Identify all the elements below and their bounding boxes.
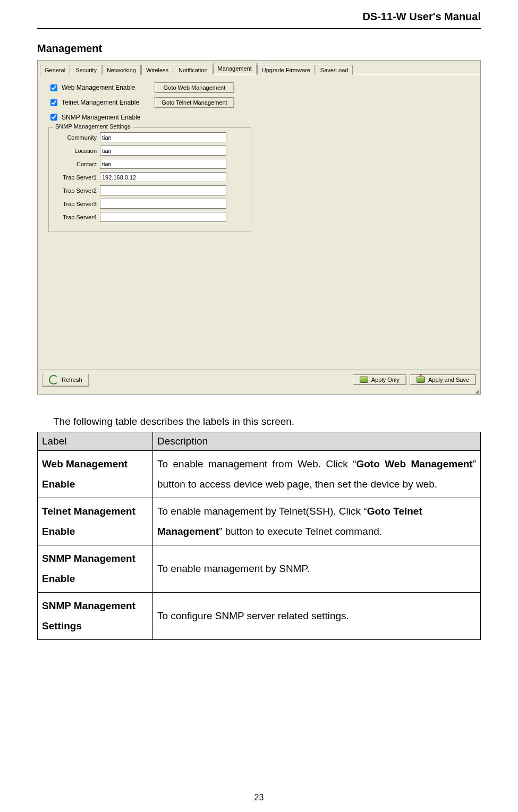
snmp-settings-legend: SNMP Management Settings <box>53 123 133 130</box>
snmp-management-enable-checkbox[interactable] <box>50 114 57 121</box>
snmp-settings-group: SNMP Management Settings Community Locat… <box>48 127 251 232</box>
trap-server1-input[interactable] <box>100 172 226 182</box>
contact-input[interactable] <box>100 159 226 169</box>
desc-text: ” button to execute Telnet command. <box>219 526 382 537</box>
row-label: SNMP Management Settings <box>38 593 153 640</box>
section-heading: Management <box>37 42 481 55</box>
row-desc: To enable management by SNMP. <box>153 545 481 593</box>
telnet-management-enable-checkbox[interactable] <box>50 99 57 106</box>
desc-text: To enable management from Web. Click “ <box>157 458 356 469</box>
tab-wireless[interactable]: Wireless <box>141 65 173 75</box>
snmp-management-enable-label: SNMP Management Enable <box>62 114 155 121</box>
trap-server1-label: Trap Server1 <box>54 174 97 181</box>
tab-strip: General Security Networking Wireless Not… <box>38 61 480 75</box>
tab-general[interactable]: General <box>40 65 70 75</box>
web-management-enable-label: Web Management Enable <box>62 84 155 91</box>
table-row: SNMP Management Settings To configure SN… <box>38 593 481 640</box>
row-label: Telnet Management Enable <box>38 498 153 545</box>
table-intro: The following table describes the labels… <box>53 416 481 428</box>
row-label: Web Management Enable <box>38 451 153 498</box>
desc-text: To enable management by SNMP. <box>157 563 310 574</box>
contact-label: Contact <box>54 161 97 167</box>
tab-save-load[interactable]: Save/Load <box>316 65 353 75</box>
trap-server2-input[interactable] <box>100 185 226 195</box>
table-head-description: Description <box>153 432 481 451</box>
row-desc: To enable management by Telnet(SSH). Cli… <box>153 498 481 545</box>
table-row: SNMP Management Enable To enable managem… <box>38 545 481 593</box>
tab-notification[interactable]: Notification <box>174 65 212 75</box>
trap-server3-input[interactable] <box>100 199 226 209</box>
apply-icon <box>360 377 368 383</box>
location-label: Location <box>54 148 97 154</box>
row-label: SNMP Management Enable <box>38 545 153 593</box>
trap-server3-label: Trap Server3 <box>54 201 97 207</box>
apply-only-button[interactable]: Apply Only <box>353 374 406 385</box>
desc-text: To configure SNMP server related setting… <box>157 610 349 621</box>
tab-networking[interactable]: Networking <box>102 65 141 75</box>
apply-and-save-button[interactable]: Apply and Save <box>410 374 476 385</box>
tab-body: Web Management Enable Goto Web Managemen… <box>38 75 480 369</box>
table-head-label: Label <box>38 432 153 451</box>
community-label: Community <box>54 134 97 141</box>
web-management-enable-checkbox[interactable] <box>50 84 57 91</box>
apply-and-save-label: Apply and Save <box>428 377 469 383</box>
tab-security[interactable]: Security <box>71 65 101 75</box>
header-title: DS-11-W User's Manual <box>37 11 481 23</box>
community-input[interactable] <box>100 132 226 142</box>
trap-server2-label: Trap Server2 <box>54 187 97 194</box>
refresh-button[interactable]: Refresh <box>42 373 89 387</box>
tab-upgrade-firmware[interactable]: Upgrade Firmware <box>257 65 315 75</box>
trap-server4-input[interactable] <box>100 212 226 222</box>
table-row: Telnet Management Enable To enable manag… <box>38 498 481 545</box>
page-number: 23 <box>0 793 518 802</box>
tab-management[interactable]: Management <box>213 63 257 74</box>
location-input[interactable] <box>100 146 226 156</box>
footer-bar: Refresh Apply Only Apply and Save <box>38 369 480 390</box>
refresh-label: Refresh <box>62 377 82 383</box>
table-row: Web Management Enable To enable manageme… <box>38 451 481 498</box>
trap-server4-label: Trap Server4 <box>54 214 97 220</box>
row-desc: To configure SNMP server related setting… <box>153 593 481 640</box>
desc-bold: Goto Web Management <box>356 458 472 469</box>
goto-telnet-management-button[interactable]: Goto Telnet Management <box>155 97 234 108</box>
description-table: Label Description Web Management Enable … <box>37 432 481 640</box>
app-window: General Security Networking Wireless Not… <box>37 60 481 395</box>
goto-web-management-button[interactable]: Goto Web Management <box>155 82 234 93</box>
desc-text: To enable management by Telnet(SSH). Cli… <box>157 506 367 517</box>
header-rule <box>37 28 481 29</box>
apply-only-label: Apply Only <box>371 377 400 383</box>
row-desc: To enable management from Web. Click “Go… <box>153 451 481 498</box>
save-icon <box>417 377 425 383</box>
resize-grip-icon[interactable]: ◢ <box>38 390 480 394</box>
telnet-management-enable-label: Telnet Management Enable <box>62 99 155 106</box>
refresh-icon <box>49 375 58 384</box>
